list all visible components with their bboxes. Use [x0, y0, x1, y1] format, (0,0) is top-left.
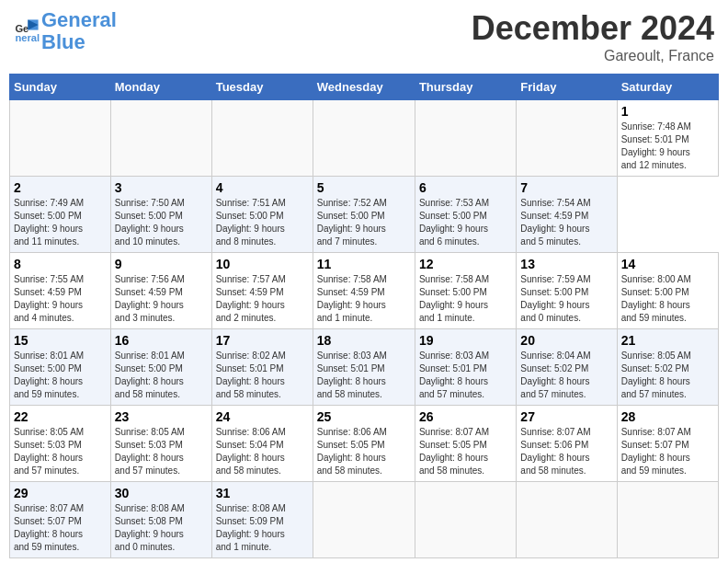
table-row: 12Sunrise: 7:58 AMSunset: 5:00 PMDayligh… [415, 253, 516, 329]
day-number: 25 [317, 409, 411, 424]
table-row [110, 100, 211, 177]
month-title: December 2024 [472, 9, 714, 48]
calendar-week-row: 29Sunrise: 8:07 AMSunset: 5:07 PMDayligh… [10, 482, 719, 558]
table-row: 2Sunrise: 7:49 AMSunset: 5:00 PMDaylight… [10, 177, 111, 253]
day-number: 20 [520, 333, 612, 348]
table-row: 1Sunrise: 7:48 AMSunset: 5:01 PMDaylight… [617, 100, 718, 177]
table-row: 25Sunrise: 8:06 AMSunset: 5:05 PMDayligh… [313, 406, 415, 482]
day-info: Sunrise: 8:05 AMSunset: 5:02 PMDaylight:… [621, 350, 714, 401]
day-number: 9 [115, 257, 208, 271]
day-number: 14 [621, 257, 714, 271]
day-number: 7 [520, 180, 612, 195]
calendar-table: Sunday Monday Tuesday Wednesday Thursday… [9, 74, 719, 558]
table-row: 11Sunrise: 7:58 AMSunset: 4:59 PMDayligh… [313, 253, 415, 329]
table-row: 17Sunrise: 8:02 AMSunset: 5:01 PMDayligh… [211, 329, 313, 406]
day-info: Sunrise: 7:48 AMSunset: 5:01 PMDaylight:… [621, 121, 714, 172]
day-number: 3 [115, 180, 208, 195]
calendar-header-row: Sunday Monday Tuesday Wednesday Thursday… [10, 75, 719, 100]
day-number: 11 [317, 257, 411, 271]
day-number: 6 [419, 180, 512, 195]
day-info: Sunrise: 7:49 AMSunset: 5:00 PMDaylight:… [14, 197, 107, 248]
table-row: 7Sunrise: 7:54 AMSunset: 4:59 PMDaylight… [517, 177, 617, 253]
day-info: Sunrise: 8:02 AMSunset: 5:01 PMDaylight:… [216, 350, 309, 401]
day-number: 24 [216, 409, 309, 424]
table-row [617, 482, 718, 558]
calendar-week-row: 22Sunrise: 8:05 AMSunset: 5:03 PMDayligh… [10, 406, 719, 482]
day-number: 21 [621, 333, 714, 348]
day-info: Sunrise: 8:01 AMSunset: 5:00 PMDaylight:… [14, 350, 107, 401]
day-number: 29 [14, 486, 107, 500]
day-number: 8 [14, 257, 107, 271]
table-row: 8Sunrise: 7:55 AMSunset: 4:59 PMDaylight… [10, 253, 111, 329]
table-row: 4Sunrise: 7:51 AMSunset: 5:00 PMDaylight… [211, 177, 313, 253]
table-row: 26Sunrise: 8:07 AMSunset: 5:05 PMDayligh… [415, 406, 516, 482]
day-number: 5 [317, 180, 411, 195]
day-info: Sunrise: 7:53 AMSunset: 5:00 PMDaylight:… [419, 197, 512, 248]
location-title: Gareoult, France [472, 48, 714, 64]
day-info: Sunrise: 8:07 AMSunset: 5:06 PMDaylight:… [520, 426, 612, 477]
day-info: Sunrise: 8:07 AMSunset: 5:05 PMDaylight:… [419, 426, 512, 477]
table-row: 20Sunrise: 8:04 AMSunset: 5:02 PMDayligh… [517, 329, 617, 406]
table-row [517, 482, 617, 558]
table-row: 23Sunrise: 8:05 AMSunset: 5:03 PMDayligh… [110, 406, 211, 482]
logo-text2: Blue [41, 31, 117, 53]
calendar-week-row: 1Sunrise: 7:48 AMSunset: 5:01 PMDaylight… [10, 100, 719, 177]
table-row: 27Sunrise: 8:07 AMSunset: 5:06 PMDayligh… [517, 406, 617, 482]
col-monday: Monday [110, 75, 211, 100]
table-row: 5Sunrise: 7:52 AMSunset: 5:00 PMDaylight… [313, 177, 415, 253]
table-row: 31Sunrise: 8:08 AMSunset: 5:09 PMDayligh… [211, 482, 313, 558]
table-row: 30Sunrise: 8:08 AMSunset: 5:08 PMDayligh… [110, 482, 211, 558]
table-row: 3Sunrise: 7:50 AMSunset: 5:00 PMDaylight… [110, 177, 211, 253]
calendar-week-row: 15Sunrise: 8:01 AMSunset: 5:00 PMDayligh… [10, 329, 719, 406]
day-number: 22 [14, 409, 107, 424]
table-row: 9Sunrise: 7:56 AMSunset: 4:59 PMDaylight… [110, 253, 211, 329]
col-thursday: Thursday [415, 75, 516, 100]
day-info: Sunrise: 8:00 AMSunset: 5:00 PMDaylight:… [621, 273, 714, 325]
day-info: Sunrise: 7:56 AMSunset: 4:59 PMDaylight:… [115, 273, 208, 325]
day-info: Sunrise: 7:57 AMSunset: 4:59 PMDaylight:… [216, 273, 309, 325]
day-number: 2 [14, 180, 107, 195]
col-sunday: Sunday [10, 75, 111, 100]
day-number: 27 [520, 409, 612, 424]
day-info: Sunrise: 8:05 AMSunset: 5:03 PMDaylight:… [14, 426, 107, 477]
day-info: Sunrise: 8:08 AMSunset: 5:09 PMDaylight:… [216, 502, 309, 554]
day-info: Sunrise: 8:07 AMSunset: 5:07 PMDaylight:… [14, 502, 107, 554]
col-tuesday: Tuesday [211, 75, 313, 100]
day-number: 4 [216, 180, 309, 195]
day-info: Sunrise: 8:03 AMSunset: 5:01 PMDaylight:… [317, 350, 411, 401]
day-number: 23 [115, 409, 208, 424]
logo-icon: Ge neral [14, 18, 40, 44]
calendar-week-row: 8Sunrise: 7:55 AMSunset: 4:59 PMDaylight… [10, 253, 719, 329]
day-info: Sunrise: 7:50 AMSunset: 5:00 PMDaylight:… [115, 197, 208, 248]
day-info: Sunrise: 8:03 AMSunset: 5:01 PMDaylight:… [419, 350, 512, 401]
table-row: 18Sunrise: 8:03 AMSunset: 5:01 PMDayligh… [313, 329, 415, 406]
table-row: 19Sunrise: 8:03 AMSunset: 5:01 PMDayligh… [415, 329, 516, 406]
logo: Ge neral General Blue [14, 9, 117, 53]
page-header: Ge neral General Blue December 2024 Gare… [9, 9, 719, 64]
day-number: 16 [115, 333, 208, 348]
day-number: 30 [115, 486, 208, 500]
day-info: Sunrise: 8:06 AMSunset: 5:05 PMDaylight:… [317, 426, 411, 477]
day-number: 17 [216, 333, 309, 348]
col-friday: Friday [517, 75, 617, 100]
table-row [313, 100, 415, 177]
table-row: 15Sunrise: 8:01 AMSunset: 5:00 PMDayligh… [10, 329, 111, 406]
day-number: 1 [621, 104, 714, 119]
day-number: 31 [216, 486, 309, 500]
logo-text: General [41, 9, 117, 31]
day-info: Sunrise: 8:08 AMSunset: 5:08 PMDaylight:… [115, 502, 208, 554]
day-number: 15 [14, 333, 107, 348]
table-row [415, 482, 516, 558]
day-info: Sunrise: 7:52 AMSunset: 5:00 PMDaylight:… [317, 197, 411, 248]
day-info: Sunrise: 7:55 AMSunset: 4:59 PMDaylight:… [14, 273, 107, 325]
day-number: 19 [419, 333, 512, 348]
calendar-week-row: 2Sunrise: 7:49 AMSunset: 5:00 PMDaylight… [10, 177, 719, 253]
day-info: Sunrise: 7:58 AMSunset: 5:00 PMDaylight:… [419, 273, 512, 325]
day-number: 26 [419, 409, 512, 424]
col-wednesday: Wednesday [313, 75, 415, 100]
col-saturday: Saturday [617, 75, 718, 100]
day-number: 12 [419, 257, 512, 271]
table-row: 24Sunrise: 8:06 AMSunset: 5:04 PMDayligh… [211, 406, 313, 482]
day-info: Sunrise: 8:04 AMSunset: 5:02 PMDaylight:… [520, 350, 612, 401]
day-number: 10 [216, 257, 309, 271]
